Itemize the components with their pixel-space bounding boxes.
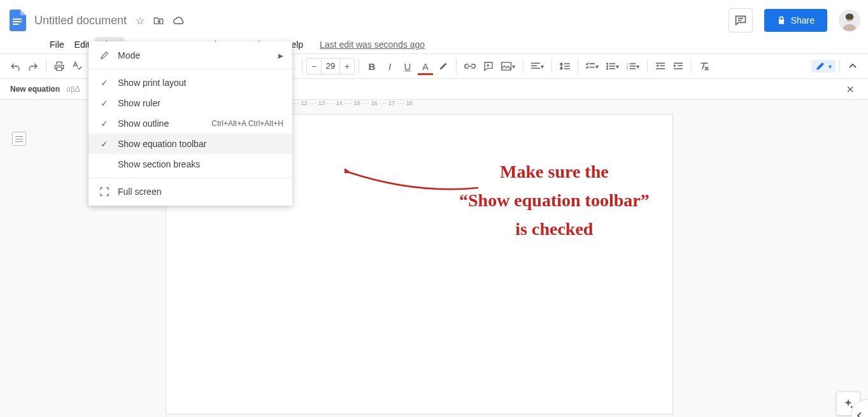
doc-title[interactable]: Untitled document [34, 14, 127, 27]
view-equation-toolbar[interactable]: ✓ Show equation toolbar [89, 134, 292, 154]
annotation-arrow [345, 169, 485, 194]
undo-button[interactable] [6, 59, 24, 73]
comments-button[interactable] [729, 8, 753, 32]
docs-logo[interactable] [5, 8, 31, 33]
svg-point-13 [606, 63, 608, 65]
chevron-right-icon: ▶ [278, 52, 283, 59]
share-button[interactable]: Share [764, 9, 827, 32]
svg-rect-2 [13, 24, 19, 25]
svg-point-15 [606, 65, 608, 67]
indent-decrease-button[interactable] [651, 60, 669, 73]
svg-rect-0 [13, 18, 22, 20]
line-spacing-button[interactable] [556, 59, 574, 73]
svg-point-17 [606, 67, 608, 69]
text-color-button[interactable]: A [416, 59, 434, 74]
view-outline[interactable]: ✓ Show outline Ctrl+Alt+A Ctrl+Alt+H [89, 113, 292, 134]
underline-button[interactable]: U [399, 59, 416, 74]
check-icon: ✓ [97, 118, 111, 129]
star-icon[interactable]: ☆ [136, 15, 145, 27]
indent-increase-button[interactable] [669, 60, 687, 73]
align-button[interactable]: ▾ [527, 60, 548, 73]
bold-button[interactable]: B [363, 59, 381, 74]
menu-file[interactable]: File [45, 37, 69, 52]
view-menu-popup: Mode ▶ ✓ Show print layout ✓ Show ruler … [89, 41, 292, 206]
close-equation-bar[interactable]: × [843, 82, 858, 97]
new-equation-button[interactable]: New equation [10, 85, 60, 94]
equation-symbols[interactable]: αβΔ [66, 85, 80, 94]
font-size-increase[interactable]: + [340, 61, 354, 71]
numbered-list-button[interactable]: 123▾ [623, 60, 643, 73]
fullscreen-icon [97, 187, 111, 196]
view-print-layout[interactable]: ✓ Show print layout [89, 73, 292, 93]
check-icon: ✓ [97, 139, 111, 149]
cloud-icon[interactable] [173, 16, 184, 25]
view-section-breaks[interactable]: Show section breaks [89, 154, 292, 174]
image-button[interactable]: ▾ [497, 59, 519, 73]
view-fullscreen[interactable]: Full screen [89, 181, 292, 202]
svg-rect-9 [502, 62, 511, 70]
pencil-icon [97, 51, 111, 60]
outline-toggle[interactable] [12, 132, 26, 146]
bullet-list-button[interactable]: ▾ [602, 60, 623, 73]
share-label: Share [791, 15, 815, 25]
print-button[interactable] [50, 59, 68, 74]
clear-formatting-button[interactable] [695, 59, 713, 73]
svg-rect-1 [13, 21, 22, 22]
check-icon: ✓ [97, 98, 111, 108]
avatar[interactable] [839, 10, 860, 31]
check-icon: ✓ [97, 78, 111, 88]
font-size-decrease[interactable]: − [307, 61, 321, 71]
link-button[interactable] [460, 60, 480, 72]
editing-mode-button[interactable]: ▾ [811, 60, 836, 73]
last-edit[interactable]: Last edit was seconds ago [320, 39, 425, 50]
view-mode[interactable]: Mode ▶ [89, 45, 292, 66]
italic-button[interactable]: I [381, 59, 399, 74]
comment-button[interactable] [480, 59, 497, 74]
view-ruler[interactable]: ✓ Show ruler [89, 93, 292, 113]
lock-icon [777, 16, 786, 25]
pencil-icon [815, 61, 825, 71]
checklist-button[interactable]: ▾ [582, 60, 602, 73]
redo-button[interactable] [24, 59, 42, 73]
move-icon[interactable] [153, 16, 164, 25]
annotation-text: Make sure the “Show equation toolbar” is… [459, 158, 650, 243]
svg-text:3: 3 [627, 67, 628, 70]
highlight-button[interactable] [434, 59, 452, 74]
spellcheck-button[interactable] [68, 59, 86, 74]
font-size-value[interactable]: 29 [321, 59, 340, 74]
collapse-toolbar-button[interactable] [844, 61, 862, 71]
